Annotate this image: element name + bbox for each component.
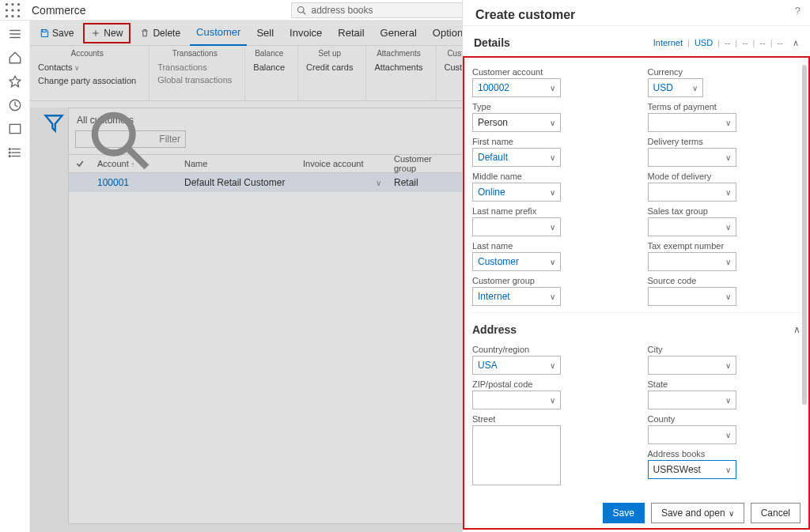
details-fields-highlight: Customer account100002∨ TypePerson∨ Firs… bbox=[463, 56, 810, 530]
country-field[interactable]: USA∨ bbox=[472, 356, 561, 375]
lbl-mode-delivery: Mode of delivery bbox=[648, 172, 801, 181]
details-pills: Internet| USD| --| --| --| -- ∧ bbox=[653, 38, 799, 48]
svg-line-10 bbox=[304, 12, 306, 14]
city-field[interactable]: ∨ bbox=[648, 356, 736, 375]
address-title: Address bbox=[472, 323, 517, 336]
customer-group-field[interactable]: Internet∨ bbox=[472, 287, 561, 306]
search-text: address books bbox=[311, 5, 373, 16]
home-icon[interactable] bbox=[8, 51, 22, 65]
county-field[interactable]: ∨ bbox=[648, 425, 736, 444]
currency-field[interactable]: USD∨ bbox=[648, 78, 703, 97]
type-field[interactable]: Person∨ bbox=[472, 113, 561, 132]
app-name: Commerce bbox=[32, 4, 85, 17]
first-name-field[interactable]: Default∨ bbox=[472, 148, 561, 167]
tax-exempt-field[interactable]: ∨ bbox=[648, 252, 736, 271]
zip-field[interactable]: ∨ bbox=[472, 391, 561, 409]
search-icon bbox=[297, 6, 306, 15]
lbl-customer-group: Customer group bbox=[472, 276, 626, 285]
lbl-tax-exempt: Tax exempt number bbox=[648, 241, 801, 251]
star-icon[interactable] bbox=[8, 74, 22, 89]
middle-name-field[interactable]: Online∨ bbox=[472, 183, 561, 202]
lbl-address-books: Address books bbox=[648, 449, 801, 458]
panel-title: Create customer bbox=[463, 0, 810, 25]
lbl-sales-tax-group: Sales tax group bbox=[648, 206, 801, 216]
terms-payment-field[interactable]: ∨ bbox=[648, 113, 736, 132]
svg-point-20 bbox=[9, 152, 10, 153]
section-details: Details Internet| USD| --| --| --| -- ∧ bbox=[463, 25, 810, 56]
lbl-middle-name: Middle name bbox=[472, 172, 626, 181]
svg-point-0 bbox=[6, 2, 8, 5]
svg-point-19 bbox=[9, 149, 10, 150]
lbl-first-name: First name bbox=[472, 137, 626, 146]
lbl-type: Type bbox=[472, 102, 626, 111]
lbl-source-code: Source code bbox=[648, 276, 801, 285]
help-icon[interactable]: ? bbox=[795, 5, 801, 17]
svg-point-6 bbox=[6, 14, 8, 17]
svg-point-21 bbox=[9, 156, 10, 157]
left-rail bbox=[0, 21, 30, 532]
lbl-last-name-prefix: Last name prefix bbox=[472, 206, 626, 216]
module-icon[interactable] bbox=[8, 122, 22, 136]
svg-point-9 bbox=[298, 6, 305, 13]
lbl-zip: ZIP/postal code bbox=[472, 379, 626, 389]
address-books-field[interactable]: USRSWest∨ bbox=[648, 460, 736, 479]
mode-delivery-field[interactable]: ∨ bbox=[648, 183, 736, 202]
lbl-city: City bbox=[648, 345, 801, 354]
lbl-customer-account: Customer account bbox=[472, 67, 626, 77]
save-and-open-button[interactable]: Save and open ∨ bbox=[651, 503, 744, 523]
svg-point-3 bbox=[6, 9, 8, 11]
svg-point-2 bbox=[17, 2, 20, 5]
details-title: Details bbox=[474, 36, 510, 49]
street-field[interactable] bbox=[472, 425, 561, 485]
lbl-street: Street bbox=[472, 414, 626, 424]
svg-point-5 bbox=[17, 9, 20, 11]
lbl-last-name: Last name bbox=[472, 241, 626, 251]
clock-icon[interactable] bbox=[8, 98, 22, 112]
pill-usd: USD bbox=[695, 38, 713, 47]
svg-point-7 bbox=[11, 14, 13, 17]
lbl-terms-payment: Terms of payment bbox=[648, 102, 801, 111]
svg-point-8 bbox=[17, 14, 20, 17]
save-button[interactable]: Save bbox=[603, 503, 645, 523]
create-customer-panel: ? Create customer Details Internet| USD|… bbox=[462, 0, 810, 532]
svg-point-1 bbox=[11, 2, 13, 5]
cancel-button[interactable]: Cancel bbox=[751, 503, 801, 523]
delivery-terms-field[interactable]: ∨ bbox=[648, 148, 736, 167]
pill-internet: Internet bbox=[653, 38, 683, 47]
chevron-up-icon[interactable]: ∧ bbox=[788, 38, 799, 48]
svg-rect-15 bbox=[9, 124, 21, 133]
last-name-field[interactable]: Customer∨ bbox=[472, 252, 561, 271]
state-field[interactable]: ∨ bbox=[648, 391, 736, 409]
panel-scrollbar[interactable] bbox=[802, 65, 807, 405]
lbl-currency: Currency bbox=[648, 67, 801, 77]
lbl-state: State bbox=[648, 379, 801, 389]
chevron-up-icon[interactable]: ∧ bbox=[793, 324, 801, 335]
svg-point-4 bbox=[11, 9, 13, 11]
source-code-field[interactable]: ∨ bbox=[648, 287, 736, 306]
lbl-country: Country/region bbox=[472, 345, 626, 354]
list-icon[interactable] bbox=[8, 145, 22, 160]
customer-account-field[interactable]: 100002∨ bbox=[472, 78, 561, 97]
hamburger-icon[interactable] bbox=[8, 27, 22, 41]
global-search[interactable]: address books bbox=[291, 2, 481, 18]
last-name-prefix-field[interactable]: ∨ bbox=[472, 217, 561, 236]
waffle-icon[interactable] bbox=[5, 2, 21, 18]
lbl-delivery-terms: Delivery terms bbox=[648, 137, 801, 146]
sales-tax-group-field[interactable]: ∨ bbox=[648, 217, 736, 236]
lbl-county: County bbox=[648, 414, 801, 424]
